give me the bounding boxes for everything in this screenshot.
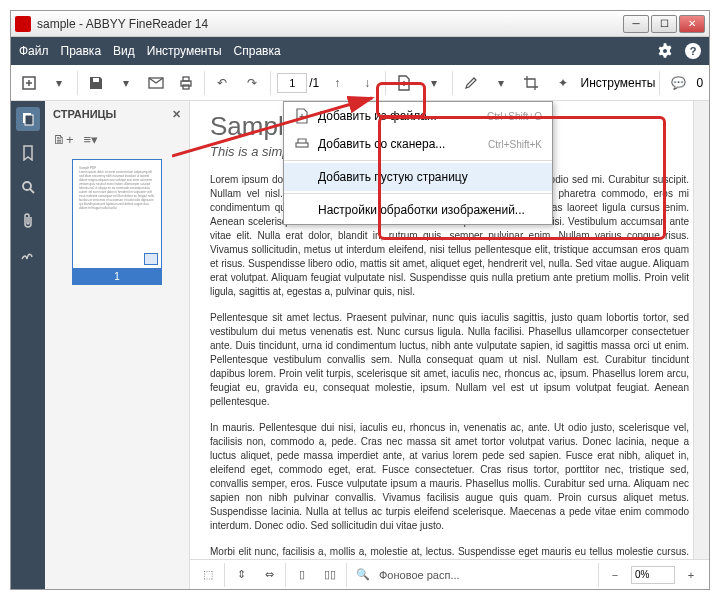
doc-paragraph: Morbi elit nunc, facilisis a, mollis a, … — [210, 545, 689, 559]
help-icon[interactable]: ? — [685, 43, 701, 59]
rail-signature-icon[interactable] — [16, 243, 40, 267]
rail-search-icon[interactable] — [16, 175, 40, 199]
dropdown-label: Добавить со сканера... — [318, 137, 480, 151]
dropdown-separator — [284, 160, 552, 161]
maximize-button[interactable]: ☐ — [651, 15, 677, 33]
statusbar: ⬚ ⇕ ⇔ ▯ ▯▯ 🔍 Фоновое расп... − + — [190, 559, 709, 589]
titlebar: sample - ABBYY FineReader 14 ─ ☐ ✕ — [11, 11, 709, 37]
left-rail — [11, 101, 45, 589]
fit-height-icon[interactable]: ⇔ — [257, 563, 281, 587]
svg-rect-4 — [183, 85, 189, 89]
edit-button[interactable] — [459, 69, 483, 97]
document-area[interactable]: Sample PDF This is a simple PDF file. Fu… — [190, 101, 709, 559]
dropdown-label: Добавить пустую страницу — [318, 170, 542, 184]
redo-button[interactable]: ↷ — [240, 69, 264, 97]
fit-width-icon[interactable]: ⬚ — [196, 563, 220, 587]
crop-button[interactable] — [519, 69, 543, 97]
fit-page-icon[interactable]: ⇕ — [229, 563, 253, 587]
page-up-button[interactable]: ↑ — [325, 69, 349, 97]
rail-pages-icon[interactable] — [16, 107, 40, 131]
minimize-button[interactable]: ─ — [623, 15, 649, 33]
chevron-down-icon[interactable]: ▾ — [422, 69, 446, 97]
sidebar-add-icon[interactable]: 🗎+ — [53, 132, 74, 147]
email-button[interactable] — [144, 69, 168, 97]
sidebar: СТРАНИЦЫ ✕ 🗎+ ≡▾ Sample PDFLorem ipsum d… — [45, 101, 190, 589]
thumbnail-image: Sample PDFLorem ipsum dolor sit amet con… — [72, 159, 162, 269]
menu-edit[interactable]: Правка — [61, 44, 102, 58]
tools-label[interactable]: Инструменты — [581, 76, 656, 90]
blank-icon — [294, 202, 310, 218]
dropdown-label: Настройки обработки изображений... — [318, 203, 542, 217]
toolbar: ▾ ▾ ↶ ↷ /1 ↑ ↓ ▾ ▾ ✦ Инструменты 💬 0 — [11, 65, 709, 101]
two-page-icon[interactable]: ▯▯ — [318, 563, 342, 587]
settings-icon[interactable] — [657, 43, 673, 59]
thumbnail-number: 1 — [72, 269, 162, 285]
wand-icon[interactable]: ✦ — [549, 69, 577, 97]
zoom-icon[interactable]: 🔍 — [351, 563, 375, 587]
comment-icon[interactable]: 💬 — [664, 69, 692, 97]
menu-file[interactable]: Файл — [19, 44, 49, 58]
blank-icon — [294, 169, 310, 185]
dropdown-add-from-file[interactable]: Добавить из файла... Ctrl+Shift+O — [284, 102, 552, 130]
svg-point-7 — [23, 182, 31, 190]
comment-count: 0 — [696, 76, 703, 90]
dropdown-add-from-scanner[interactable]: Добавить со сканера... Ctrl+Shift+K — [284, 130, 552, 158]
svg-rect-8 — [296, 143, 308, 147]
zoom-in-button[interactable]: + — [679, 563, 703, 587]
content-area: Sample PDF This is a simple PDF file. Fu… — [190, 101, 709, 589]
sidebar-close-icon[interactable]: ✕ — [172, 108, 181, 121]
undo-button[interactable]: ↶ — [210, 69, 234, 97]
dropdown-shortcut: Ctrl+Shift+K — [488, 139, 542, 150]
app-icon — [15, 16, 31, 32]
single-page-icon[interactable]: ▯ — [290, 563, 314, 587]
sidebar-title: СТРАНИЦЫ — [53, 108, 116, 120]
dropdown-image-settings[interactable]: Настройки обработки изображений... — [284, 196, 552, 224]
doc-paragraph: Pellentesque sit amet lectus. Praesent p… — [210, 311, 689, 409]
new-button[interactable] — [17, 69, 41, 97]
svg-rect-6 — [25, 115, 33, 125]
window-title: sample - ABBYY FineReader 14 — [37, 17, 623, 31]
fit-label[interactable]: Фоновое расп... — [379, 569, 460, 581]
menu-help[interactable]: Справка — [234, 44, 281, 58]
menu-view[interactable]: Вид — [113, 44, 135, 58]
doc-paragraph: In mauris. Pellentesque dui nisi, iaculi… — [210, 421, 689, 533]
close-button[interactable]: ✕ — [679, 15, 705, 33]
dropdown-separator — [284, 193, 552, 194]
dropdown-label: Добавить из файла... — [318, 109, 479, 123]
page-current-input[interactable] — [277, 73, 307, 93]
rail-attach-icon[interactable] — [16, 209, 40, 233]
dropdown-add-blank-page[interactable]: Добавить пустую страницу — [284, 163, 552, 191]
scanner-icon — [294, 136, 310, 152]
chevron-down-icon[interactable]: ▾ — [489, 69, 513, 97]
add-page-button[interactable] — [392, 69, 416, 97]
chevron-down-icon[interactable]: ▾ — [47, 69, 71, 97]
page-thumbnail[interactable]: Sample PDFLorem ipsum dolor sit amet con… — [72, 159, 162, 285]
file-plus-icon — [294, 108, 310, 124]
zoom-input[interactable] — [631, 566, 675, 584]
chevron-down-icon[interactable]: ▾ — [114, 69, 138, 97]
menu-tools[interactable]: Инструменты — [147, 44, 222, 58]
save-button[interactable] — [84, 69, 108, 97]
sidebar-menu-icon[interactable]: ≡▾ — [84, 132, 99, 147]
page-nav: /1 — [277, 73, 319, 93]
dropdown-shortcut: Ctrl+Shift+O — [487, 111, 542, 122]
add-page-dropdown: Добавить из файла... Ctrl+Shift+O Добави… — [283, 101, 553, 225]
zoom-out-button[interactable]: − — [603, 563, 627, 587]
page-down-button[interactable]: ↓ — [355, 69, 379, 97]
vertical-scrollbar[interactable] — [693, 101, 709, 559]
menubar: Файл Правка Вид Инструменты Справка ? — [11, 37, 709, 65]
rail-bookmark-icon[interactable] — [16, 141, 40, 165]
svg-rect-3 — [183, 77, 189, 81]
page-total: /1 — [309, 76, 319, 90]
print-button[interactable] — [174, 69, 198, 97]
